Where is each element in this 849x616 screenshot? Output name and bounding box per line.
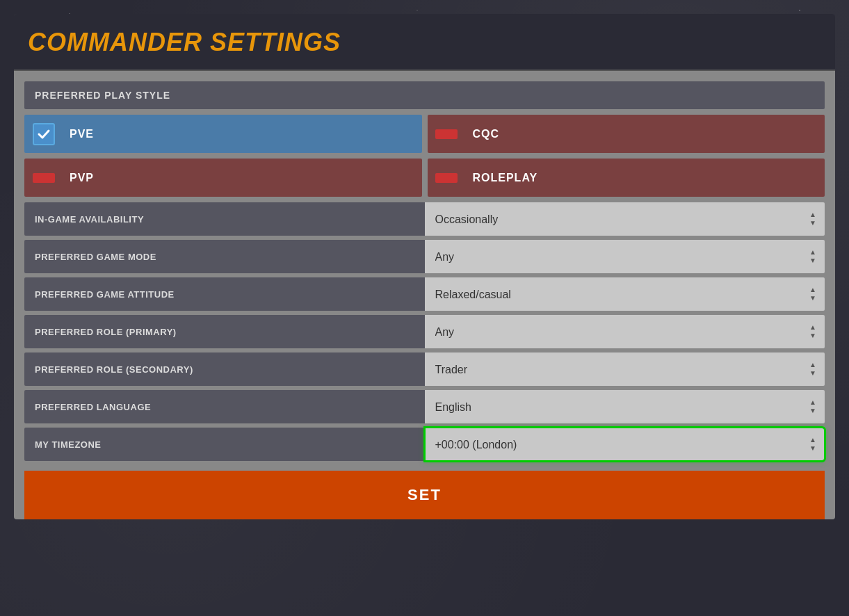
label-preferred-game-attitude: PREFERRED GAME ATTITUDE [24, 277, 425, 311]
select-preferred-game-mode[interactable]: AnyOpen PlayPrivate GroupSolo [425, 240, 825, 273]
select-my-timezone[interactable]: +00:00 (London)+01:00 (Paris)+02:00 (Ber… [425, 428, 825, 461]
settings-row-preferred-role-secondary: PREFERRED ROLE (SECONDARY)AnyTraderExplo… [24, 352, 825, 386]
select-preferred-language[interactable]: EnglishFrenchGermanSpanishPortuguese [425, 390, 825, 423]
main-panel: COMMANDER SETTINGS PREFERRED PLAY STYLE … [14, 14, 835, 519]
roleplay-checkbox-minus [435, 173, 458, 183]
set-button[interactable]: SET [24, 471, 825, 519]
label-ingame-availability: IN-GAME AVAILABILITY [24, 202, 425, 236]
settings-row-preferred-language: PREFERRED LANGUAGEEnglishFrenchGermanSpa… [24, 390, 825, 423]
pve-checkbox-checked [33, 123, 55, 145]
pvp-checkbox-minus [33, 173, 55, 183]
settings-row-ingame-availability: IN-GAME AVAILABILITYNeverOccasionallyOft… [24, 202, 825, 236]
cqc-checkbox-area [428, 115, 466, 153]
select-preferred-role-primary[interactable]: AnyTraderExplorerMinerBounty HunterPirat… [425, 315, 825, 348]
label-preferred-game-mode: PREFERRED GAME MODE [24, 240, 425, 273]
play-style-grid: PVE CQC PVP ROLEPLAY [24, 115, 825, 197]
select-wrapper-my-timezone: +00:00 (London)+01:00 (Paris)+02:00 (Ber… [425, 428, 825, 461]
content-area: PREFERRED PLAY STYLE PVE CQC [14, 71, 835, 519]
pve-checkbox-area [24, 115, 63, 153]
pve-label: PVE [63, 128, 422, 140]
select-preferred-role-secondary[interactable]: AnyTraderExplorerMinerBounty HunterPirat… [425, 352, 825, 386]
play-style-pve[interactable]: PVE [24, 115, 422, 153]
roleplay-checkbox-area [428, 159, 466, 197]
play-style-cqc[interactable]: CQC [428, 115, 825, 153]
settings-row-preferred-role-primary: PREFERRED ROLE (PRIMARY)AnyTraderExplore… [24, 315, 825, 348]
play-style-roleplay[interactable]: ROLEPLAY [428, 159, 825, 197]
page-title: COMMANDER SETTINGS [28, 28, 821, 57]
roleplay-label: ROLEPLAY [466, 172, 825, 184]
label-preferred-role-primary: PREFERRED ROLE (PRIMARY) [24, 315, 425, 348]
pvp-checkbox-area [24, 159, 63, 197]
settings-rows-container: IN-GAME AVAILABILITYNeverOccasionallyOft… [24, 202, 825, 461]
select-wrapper-preferred-role-primary: AnyTraderExplorerMinerBounty HunterPirat… [425, 315, 825, 348]
select-wrapper-preferred-game-attitude: AnyRelaxed/casualCompetitiveHardcore [425, 277, 825, 311]
label-preferred-language: PREFERRED LANGUAGE [24, 390, 425, 423]
cqc-checkbox-minus [435, 129, 458, 139]
checkmark-icon [37, 127, 51, 141]
select-wrapper-preferred-game-mode: AnyOpen PlayPrivate GroupSolo [425, 240, 825, 273]
settings-row-preferred-game-attitude: PREFERRED GAME ATTITUDEAnyRelaxed/casual… [24, 277, 825, 311]
label-preferred-role-secondary: PREFERRED ROLE (SECONDARY) [24, 352, 425, 386]
header: COMMANDER SETTINGS [14, 14, 835, 71]
select-ingame-availability[interactable]: NeverOccasionallyOftenAlways [425, 202, 825, 236]
play-style-section-header: PREFERRED PLAY STYLE [24, 81, 825, 109]
select-wrapper-preferred-language: EnglishFrenchGermanSpanishPortuguese [425, 390, 825, 423]
label-my-timezone: MY TIMEZONE [24, 428, 425, 461]
pvp-label: PVP [63, 172, 422, 184]
settings-row-my-timezone: MY TIMEZONE+00:00 (London)+01:00 (Paris)… [24, 428, 825, 461]
select-preferred-game-attitude[interactable]: AnyRelaxed/casualCompetitiveHardcore [425, 277, 825, 311]
play-style-pvp[interactable]: PVP [24, 159, 422, 197]
settings-row-preferred-game-mode: PREFERRED GAME MODEAnyOpen PlayPrivate G… [24, 240, 825, 273]
select-wrapper-ingame-availability: NeverOccasionallyOftenAlways [425, 202, 825, 236]
cqc-label: CQC [466, 128, 825, 140]
select-wrapper-preferred-role-secondary: AnyTraderExplorerMinerBounty HunterPirat… [425, 352, 825, 386]
